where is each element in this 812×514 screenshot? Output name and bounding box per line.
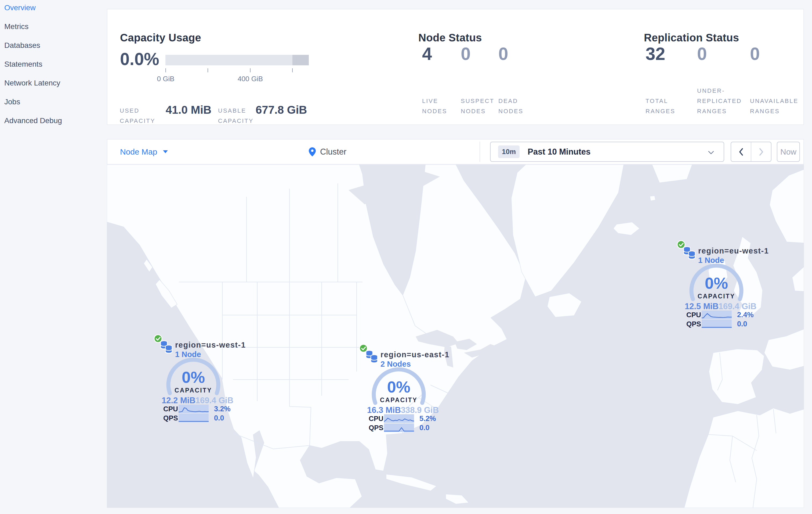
region-label[interactable]: region=us-east-1 xyxy=(380,350,450,359)
region-capacity-percent: 0% xyxy=(665,274,767,293)
time-range-label: Past 10 Minutes xyxy=(528,147,590,157)
unavailable-ranges-count: 0 xyxy=(750,45,760,63)
used-capacity-label: USED CAPACITY xyxy=(120,96,155,126)
capacity-used-percent: 0.0% xyxy=(120,49,159,69)
toolbar-divider xyxy=(480,142,480,162)
region-marker-us-west-1: region=us-west-1 1 Node 0% CAPACITY 12.2… xyxy=(142,334,244,426)
database-stack-icon xyxy=(683,246,696,260)
cluster-summary-card: Capacity Usage 0.0% 0 GiB 400 GiB USED C… xyxy=(107,9,804,125)
time-range-badge: 10m xyxy=(498,145,520,158)
qps-value: 0.0 xyxy=(419,424,430,432)
time-next-button[interactable] xyxy=(751,142,771,161)
region-marker-eu-west-1: region=eu-west-1 1 Node 0% CAPACITY 12.5… xyxy=(665,240,767,332)
sidebar-item-network-latency[interactable]: Network Latency xyxy=(0,74,107,92)
cpu-sparkline xyxy=(702,310,732,319)
axis-tick xyxy=(166,68,166,72)
region-capacity-percent: 0% xyxy=(348,378,450,396)
region-marker-us-east-1: region=us-east-1 2 Nodes 0% CAPACITY 16.… xyxy=(348,343,450,436)
total-ranges-label: TOTAL RANGES xyxy=(645,86,675,116)
map-pin-icon xyxy=(309,147,316,157)
node-status-title: Node Status xyxy=(418,32,482,44)
cpu-value: 3.2% xyxy=(214,405,231,413)
suspect-nodes-count: 0 xyxy=(461,45,471,63)
qps-label: QPS xyxy=(686,320,701,328)
region-usable-capacity: 169.4 GiB xyxy=(719,302,756,311)
sidebar-item-advanced-debug[interactable]: Advanced Debug xyxy=(0,111,107,130)
live-nodes-count: 4 xyxy=(422,45,432,63)
cpu-value: 2.4% xyxy=(737,310,754,319)
axis-tick-label: 400 GiB xyxy=(238,75,263,83)
qps-value: 0.0 xyxy=(737,320,747,328)
region-label[interactable]: region=eu-west-1 xyxy=(698,246,769,255)
region-capacity-label: CAPACITY xyxy=(348,397,450,404)
view-selector-dropdown[interactable]: Node Map xyxy=(120,139,168,164)
sidebar-item-statements[interactable]: Statements xyxy=(0,55,107,74)
cluster-overview-page: Overview Metrics Databases Statements Ne… xyxy=(0,0,812,514)
region-usable-capacity: 169.4 GiB xyxy=(196,396,233,405)
breadcrumb-label: Cluster xyxy=(320,147,346,157)
qps-label: QPS xyxy=(163,414,178,422)
under-replicated-ranges-label: UNDER- REPLICATED RANGES xyxy=(697,86,742,116)
capacity-bar-track xyxy=(166,55,309,65)
region-capacity-percent: 0% xyxy=(142,368,244,386)
region-used-capacity: 12.2 MiB xyxy=(162,396,196,405)
qps-sparkline xyxy=(384,424,414,432)
unavailable-ranges-label: UNAVAILABLE RANGES xyxy=(750,86,798,116)
qps-sparkline xyxy=(179,414,209,422)
capacity-bar: 0 GiB 400 GiB xyxy=(166,55,309,87)
axis-tick-label: 0 GiB xyxy=(157,75,174,83)
database-stack-icon xyxy=(160,340,173,353)
cpu-sparkline xyxy=(179,405,209,413)
now-button[interactable]: Now xyxy=(777,142,800,162)
dead-nodes-label: DEAD NODES xyxy=(498,86,523,116)
used-capacity-value: 41.0 MiB xyxy=(166,104,211,116)
region-used-capacity: 12.5 MiB xyxy=(685,302,719,311)
chevron-down-icon xyxy=(163,150,168,153)
view-selector-label: Node Map xyxy=(120,147,157,157)
chevron-right-icon xyxy=(759,148,763,156)
qps-label: QPS xyxy=(369,424,383,432)
breadcrumb[interactable]: Cluster xyxy=(309,139,346,164)
capacity-bar-segment xyxy=(292,55,309,65)
suspect-nodes-label: SUSPECT NODES xyxy=(461,86,494,116)
capacity-usage-title: Capacity Usage xyxy=(120,32,201,44)
sidebar-item-metrics[interactable]: Metrics xyxy=(0,17,107,36)
region-capacity-label: CAPACITY xyxy=(142,387,244,394)
chevron-left-icon xyxy=(739,148,743,156)
under-replicated-ranges-count: 0 xyxy=(697,45,707,63)
replication-status-title: Replication Status xyxy=(644,32,739,44)
region-label[interactable]: region=us-west-1 xyxy=(175,341,246,350)
axis-tick xyxy=(250,68,251,72)
node-map: region=eu-west-1 1 Node 0% CAPACITY 12.5… xyxy=(107,164,804,508)
usable-capacity-value: 677.8 GiB xyxy=(256,104,307,116)
time-pager xyxy=(731,142,772,162)
cpu-label: CPU xyxy=(163,405,178,413)
cpu-label: CPU xyxy=(686,310,701,319)
cpu-value: 5.2% xyxy=(419,414,436,423)
total-ranges-count: 32 xyxy=(645,45,665,63)
region-used-capacity: 16.3 MiB xyxy=(367,405,401,415)
cpu-sparkline xyxy=(384,414,414,423)
time-range-dropdown[interactable]: 10m Past 10 Minutes xyxy=(490,142,724,162)
usable-capacity-label: USABLE CAPACITY xyxy=(218,96,254,126)
region-usable-capacity: 338.9 GiB xyxy=(401,405,439,415)
sidebar-item-overview[interactable]: Overview xyxy=(0,0,107,17)
axis-tick xyxy=(292,68,293,72)
qps-sparkline xyxy=(702,320,732,328)
sidebar-item-jobs[interactable]: Jobs xyxy=(0,92,107,111)
database-stack-icon xyxy=(366,350,378,363)
time-prev-button[interactable] xyxy=(731,142,751,161)
cpu-label: CPU xyxy=(369,414,383,423)
live-nodes-label: LIVE NODES xyxy=(422,86,447,116)
map-toolbar: Node Map Cluster 10m Past 10 Minutes xyxy=(107,139,804,164)
region-capacity-label: CAPACITY xyxy=(665,293,767,300)
qps-value: 0.0 xyxy=(214,414,224,422)
sidebar-item-databases[interactable]: Databases xyxy=(0,36,107,55)
sidebar: Overview Metrics Databases Statements Ne… xyxy=(0,0,107,512)
dead-nodes-count: 0 xyxy=(498,45,508,63)
chevron-down-icon xyxy=(708,151,714,154)
axis-tick xyxy=(208,68,208,72)
